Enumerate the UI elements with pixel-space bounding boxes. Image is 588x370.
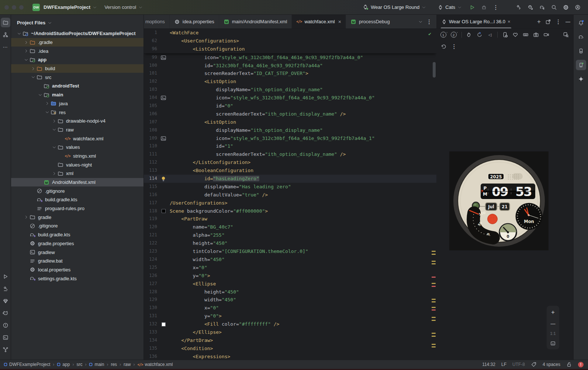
chevron-down-icon[interactable] — [16, 31, 22, 36]
code-line-102[interactable]: 102 <ListOption — [144, 78, 436, 86]
code-editor[interactable]: ✔ 1<WatchFace62 <UserConfigurations>96 <… — [144, 29, 436, 359]
hardware-button-1-button[interactable]: 1' — [439, 30, 448, 39]
breadcrumb-res[interactable]: res — [111, 362, 117, 367]
tree-item--gradle[interactable]: .gradle — [11, 38, 143, 47]
account-icon[interactable] — [573, 2, 583, 13]
tool-stripe-run[interactable] — [1, 272, 10, 281]
zoom-in-button[interactable]: + — [551, 309, 555, 316]
code-line-123[interactable]: 123 tintColor="[CONFIGURATION.themeColor… — [144, 247, 436, 256]
code-line-135[interactable]: 135 <Condition> — [144, 345, 436, 353]
health-services-button[interactable] — [511, 30, 520, 39]
color-swatch-gutter-icon[interactable] — [162, 209, 166, 213]
tool-stripe-gemini[interactable] — [576, 74, 586, 84]
snapshot-compare-button[interactable] — [561, 30, 570, 39]
chevron-down-icon[interactable] — [23, 58, 29, 62]
tree-item-main[interactable]: main — [11, 90, 143, 99]
code-line-125[interactable]: 125 x="0" — [144, 264, 436, 272]
zoom-window-button[interactable] — [19, 5, 24, 10]
chevron-right-icon[interactable] — [23, 49, 29, 53]
breadcrumb-app[interactable]: app — [57, 362, 70, 367]
tree-item--gitignore[interactable]: .gitignore — [11, 222, 143, 230]
editor-tab-idea-properties[interactable]: idea.properties — [170, 15, 219, 28]
error-stripe-mark[interactable] — [432, 336, 436, 337]
tree-item-raw[interactable]: raw — [11, 126, 143, 134]
code-line-99[interactable]: 99 icon="style_wfs_312c30bf_f64a_461e_9c… — [144, 54, 436, 62]
highlight-level-icon[interactable] — [531, 362, 537, 367]
lock-icon[interactable] — [566, 362, 572, 367]
tree-item-androidtest[interactable]: androidTest — [11, 82, 143, 90]
error-stripe-mark[interactable] — [432, 333, 436, 334]
chevron-down-icon[interactable] — [44, 110, 50, 114]
tree-item-values-night[interactable]: values-night — [11, 160, 143, 169]
tool-stripe-terminal[interactable] — [1, 333, 10, 342]
screenshot-button[interactable] — [532, 30, 540, 39]
editor-scrollbar[interactable] — [433, 62, 436, 78]
device-more-menu[interactable]: ⋮ — [450, 42, 459, 51]
code-line-107[interactable]: 107 <ListOption — [144, 118, 436, 126]
chevron-right-icon[interactable] — [51, 171, 57, 176]
file-encoding[interactable]: UTF-8 — [512, 362, 525, 367]
close-window-button[interactable] — [4, 5, 9, 10]
tree-item-values[interactable]: values — [11, 143, 143, 152]
tree-item-build[interactable]: build — [11, 64, 143, 73]
chevron-right-icon[interactable] — [30, 66, 36, 71]
tree-item--idea[interactable]: .idea — [11, 47, 143, 55]
error-stripe-mark[interactable] — [432, 263, 436, 264]
code-line-109[interactable]: 109 icon="style_wfs_312c30bf_f64a_461e_9… — [144, 134, 436, 143]
chevron-down-icon[interactable] — [37, 93, 43, 97]
zoom-reset-button[interactable]: 1:1 — [550, 331, 556, 336]
code-line-105[interactable]: 105 id="0" — [144, 102, 436, 110]
code-line-101[interactable]: 101 screenReaderText="ID_CAT_STEP_OVER"> — [144, 69, 436, 78]
error-stripe-mark[interactable] — [432, 283, 436, 284]
close-device-tab-icon[interactable]: × — [508, 19, 511, 24]
add-device-tab-button[interactable]: + — [537, 18, 541, 25]
error-stripe-mark[interactable] — [432, 251, 436, 252]
code-line-127[interactable]: 127 <Ellipse — [144, 280, 436, 288]
code-line-124[interactable]: 124 width="450" — [144, 256, 436, 264]
project-view-selector[interactable]: Project Files — [11, 15, 143, 29]
hardware-button-2-button[interactable]: 2' — [450, 30, 459, 39]
tree-item--androidstudioprojects-dwfexampleproject[interactable]: ~/AndroidStudioProjects/DWFExampleProjec… — [11, 29, 143, 38]
code-line-132[interactable]: 132 <Fill color="#ffffffff" /> — [144, 320, 436, 328]
close-tab-icon[interactable]: × — [338, 19, 341, 25]
error-notification-badge[interactable]: ! — [578, 362, 584, 367]
chevron-down-icon[interactable] — [51, 145, 57, 150]
open-in-window-icon[interactable] — [545, 19, 551, 25]
tool-stripe-device-manager[interactable] — [576, 46, 586, 56]
chevron-right-icon[interactable] — [23, 40, 29, 45]
tree-item-watchface-xml[interactable]: </>watchface.xml — [11, 134, 143, 143]
tree-item-proguard-rules-pro[interactable]: proguard-rules.pro — [11, 204, 143, 213]
search-everywhere-icon[interactable] — [549, 2, 559, 13]
code-line-106[interactable]: 106 screenReaderText="ith_option_display… — [144, 110, 436, 118]
tool-stripe-notifications[interactable] — [576, 18, 586, 28]
code-line-96[interactable]: 96 <ListConfiguration — [144, 45, 436, 53]
error-stripe-mark[interactable] — [432, 301, 436, 302]
error-stripe-mark[interactable] — [432, 286, 436, 287]
error-stripe-mark[interactable] — [432, 307, 436, 308]
code-line-136[interactable]: 136 <Expressions> — [144, 353, 436, 359]
breadcrumb-src[interactable]: src — [76, 362, 82, 367]
gradle-sync-icon[interactable] — [537, 2, 547, 13]
tab-options-menu[interactable]: ⋮ — [426, 18, 432, 25]
tool-stripe-more-tool-windows[interactable]: ⋯ — [1, 42, 10, 52]
image-preview-gutter-icon[interactable] — [160, 95, 166, 101]
run-button[interactable] — [467, 2, 477, 13]
project-selector[interactable]: DWFExampleProject — [40, 2, 101, 13]
error-stripe-mark[interactable] — [432, 317, 436, 318]
device-selector[interactable]: Wear OS Large Round — [359, 2, 430, 13]
more-actions-menu[interactable]: ⋮ — [491, 2, 501, 13]
error-stripe-mark[interactable] — [432, 254, 436, 255]
tree-item-settings-gradle-kts[interactable]: Ksettings.gradle.kts — [11, 274, 143, 283]
screen-record-button[interactable] — [542, 30, 551, 39]
code-line-110[interactable]: 110 id="1" — [144, 142, 436, 150]
code-line-62[interactable]: 62 <UserConfigurations> — [144, 37, 436, 45]
chevron-down-icon[interactable] — [30, 75, 36, 79]
code-line-119[interactable]: 119 <PartDraw — [144, 215, 436, 223]
tool-stripe-project-folder[interactable] — [1, 18, 10, 27]
version-control-menu[interactable]: Version control — [101, 2, 146, 13]
code-line-103[interactable]: 103 displayName="ith_option_display_name… — [144, 86, 436, 94]
hide-panel-icon[interactable]: — — [565, 19, 570, 24]
tool-stripe-problems[interactable] — [1, 321, 10, 330]
color-swatch-gutter-icon[interactable] — [162, 322, 166, 326]
tree-item-gradlew[interactable]: gradlew — [11, 248, 143, 257]
